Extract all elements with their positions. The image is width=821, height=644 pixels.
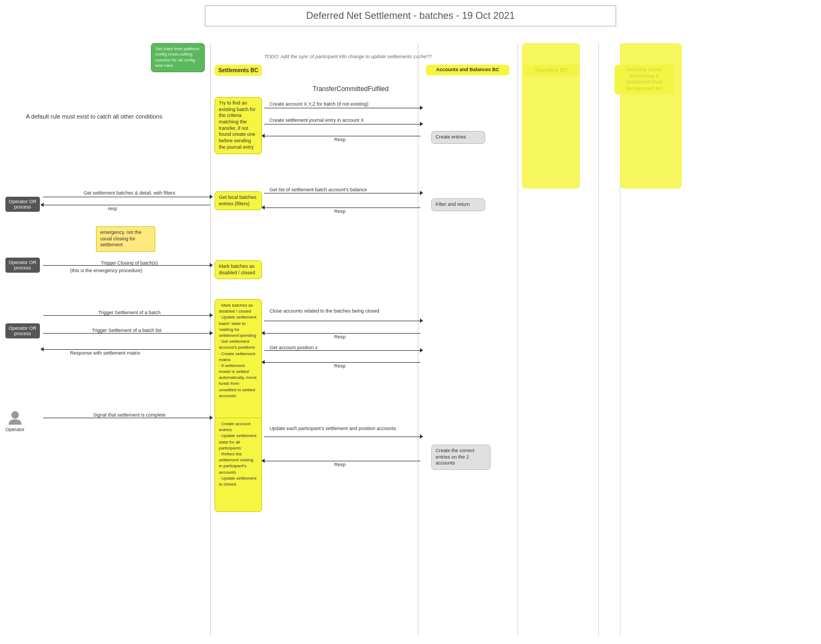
- mark-batches-disabled-box: Mark batches as disabled / closed: [215, 260, 262, 279]
- arrow-resp1: [264, 136, 420, 136]
- arrow-signal-complete: [43, 418, 210, 418]
- arrow-get-list-balance: [264, 193, 420, 193]
- arrow-create-account: [264, 108, 420, 108]
- settlements-header: Settlements BC: [215, 65, 262, 76]
- create-account-label: Create account X,Y,Z for batch (if not e…: [270, 101, 368, 107]
- person-icon: [6, 410, 24, 427]
- emergency-note-text: emergency, not the usual closing for set…: [100, 230, 141, 247]
- try-find-batch-box: Try to find an existing batch for the cr…: [215, 97, 262, 154]
- arrow-resp5: [264, 362, 420, 363]
- create-entries-box: Create entries: [431, 131, 485, 144]
- svg-point-0: [11, 411, 19, 419]
- settlement-process-text: · Mark batches as disabled / closed: [219, 302, 258, 314]
- liquidity-column-bg: [620, 43, 682, 189]
- accounts-header: Accounts and Balances BC: [426, 65, 509, 75]
- arrow-create-journal: [264, 124, 420, 124]
- get-local-batches-box: Get local batches entries (filters): [215, 191, 262, 210]
- actor-operator3-box: Operator ORprocess: [5, 323, 40, 338]
- actor-operator1-box: Operator ORprocess: [5, 197, 40, 212]
- response-matrix-label: Response with settlement matrix: [70, 350, 140, 356]
- actor-operator3: Operator ORprocess: [5, 323, 40, 338]
- actor-operator2: Operator ORprocess: [5, 258, 40, 273]
- emergency-note-box: emergency, not the usual closing for set…: [96, 226, 155, 252]
- page-container: Deferred Net Settlement - batches - 19 O…: [0, 0, 821, 644]
- col-sep-left: [210, 43, 211, 636]
- arrow-trigger-settlement-list: [43, 333, 210, 334]
- actor-operator1: Operator ORprocess: [5, 197, 40, 212]
- col-sep-3: [518, 43, 518, 636]
- actor-person: Operator: [5, 410, 25, 432]
- arrow-resp4: [264, 333, 420, 334]
- arrow-resp2: [43, 205, 210, 205]
- arrow-get-account-position: [264, 350, 420, 351]
- col-sep-2: [418, 43, 418, 636]
- create-correct-entries-box: Create the correct entries on the 2 acco…: [431, 445, 491, 470]
- get-batches-label: Get settlement batches & detail, with fi…: [54, 190, 205, 196]
- resp1-label: Resp: [334, 137, 346, 142]
- arrow-update-participant: [264, 437, 420, 437]
- arrow-trigger-settlement: [43, 315, 210, 316]
- final-settlement-box: · Create account entries · Update settle…: [215, 418, 262, 512]
- get-account-position-label: Get account position x: [270, 345, 318, 350]
- arrow-response-matrix: [43, 349, 210, 350]
- close-accounts-label: Close accounts related to the batches be…: [270, 308, 415, 314]
- arrow-get-batches: [43, 197, 210, 197]
- resp3-label: Resp: [334, 209, 346, 214]
- resp6-label: Resp: [334, 462, 346, 467]
- trigger-settlement-label: Trigger Settlement of a batch: [54, 310, 205, 315]
- transfer-committed-label: TransferCommittedFulfiled: [313, 85, 389, 93]
- todo-note: TODO: Add the sync of participant info c…: [264, 54, 432, 59]
- page-title: Deferred Net Settlement - batches - 19 O…: [205, 5, 616, 26]
- resp5-label: Resp: [334, 363, 346, 369]
- get-list-balance-label: Get list of settlement batch account's b…: [270, 187, 367, 192]
- signal-complete-label: Signal that settlement is complete: [54, 412, 205, 418]
- arrow-resp3: [264, 207, 420, 208]
- this-is-emergency-label: (this is the emergency procedure): [70, 268, 142, 273]
- arrow-close-accounts: [264, 321, 420, 321]
- transfers-column-bg: [522, 43, 580, 189]
- default-rule-label: A default rule must exist to catch all o…: [26, 113, 209, 120]
- col-sep-4: [598, 43, 599, 636]
- resp4-label: Resp: [334, 334, 346, 340]
- resp2-label: resp: [108, 206, 118, 211]
- filter-return-box: Filter and return: [431, 198, 485, 211]
- operator-label: Operator: [5, 427, 25, 432]
- arrow-trigger-closing: [43, 265, 210, 266]
- get-rules-box: Get rules from platform config cross-cut…: [151, 43, 205, 72]
- arrow-resp6: [264, 461, 420, 461]
- create-journal-label: Create settlement journal entry in accou…: [270, 117, 364, 123]
- update-participant-label: Update each participant's settlement and…: [270, 426, 412, 431]
- trigger-settlement-list-label: Trigger Settlement of a batch list: [43, 328, 210, 333]
- settlement-process-box: · Mark batches as disabled / closed · Up…: [215, 299, 262, 420]
- actor-operator2-box: Operator ORprocess: [5, 258, 40, 273]
